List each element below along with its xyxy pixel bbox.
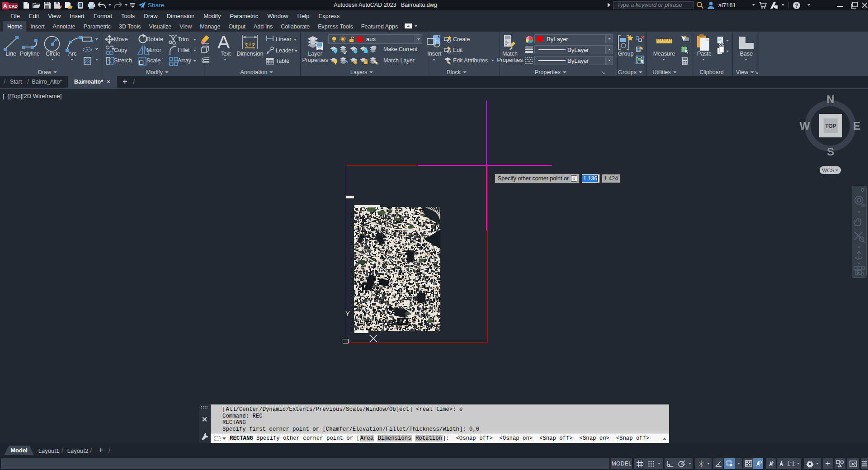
svg-text:2D: 2D <box>860 203 866 207</box>
svg-text:N: N <box>826 93 834 105</box>
svg-text:W: W <box>800 120 810 132</box>
svg-text:?: ? <box>795 3 798 9</box>
svg-text:TOP: TOP <box>825 123 836 129</box>
svg-text:S: S <box>827 146 834 158</box>
svg-text:E: E <box>853 120 860 132</box>
